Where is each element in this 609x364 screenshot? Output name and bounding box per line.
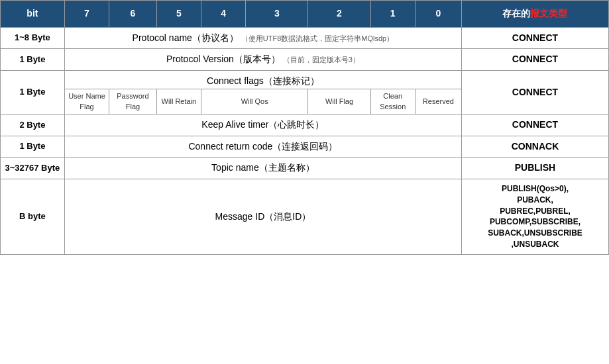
content-text: Keep Alive timer（心跳时长） — [201, 119, 324, 130]
header-type-red: 报文类型 — [530, 8, 567, 19]
byte-label: 1~8 Byte — [1, 27, 65, 49]
byte-label: 3~32767 Byte — [1, 158, 65, 179]
row-content: Keep Alive timer（心跳时长） — [64, 114, 461, 136]
header-7: 7 — [64, 1, 109, 28]
flag-will-retain: Will Retain — [156, 89, 201, 114]
row-content: Topic name（主题名称） — [64, 158, 461, 179]
row-type: CONNECT — [461, 70, 608, 114]
row-content: Message ID（消息ID） — [64, 179, 461, 254]
flag-will-qos: Will Qos — [201, 89, 308, 114]
byte-label: B byte — [1, 179, 65, 254]
table-row: 1 Byte Protocol Version（版本号） （目前，固定版本号3）… — [1, 49, 609, 71]
row-type: CONNACK — [461, 136, 608, 158]
flag-user-name: User Name Flag — [64, 89, 109, 114]
row-type: CONNECT — [461, 114, 608, 136]
table-row: 1 Byte Connect flags（连接标记） CONNECT — [1, 70, 609, 89]
flag-will-flag: Will Flag — [308, 89, 370, 114]
flags-header-text: Connect flags（连接标记） — [207, 75, 319, 86]
row-type: CONNECT — [461, 27, 608, 49]
row-content: Connect return code（连接返回码） — [64, 136, 461, 158]
header-type-prefix: 存在的 — [502, 8, 530, 19]
header-5: 5 — [156, 1, 201, 28]
header-3: 3 — [246, 1, 308, 28]
row-type: PUBLISH(Qos>0), PUBACK, PUBREC,PUBREL, P… — [461, 179, 608, 254]
table-header: bit 7 6 5 4 3 2 1 0 存在的报文类型 — [1, 1, 609, 28]
header-2: 2 — [308, 1, 370, 28]
header-bit: bit — [1, 1, 65, 28]
header-0: 0 — [415, 1, 461, 28]
byte-label: 1 Byte — [1, 136, 65, 158]
flag-reserved: Reserved — [415, 89, 461, 114]
header-1: 1 — [370, 1, 415, 28]
row-content: Protocol Version（版本号） （目前，固定版本号3） — [64, 49, 461, 71]
table-row: 1 Byte Connect return code（连接返回码） CONNAC… — [1, 136, 609, 158]
header-type: 存在的报文类型 — [461, 1, 608, 28]
main-table: bit 7 6 5 4 3 2 1 0 存在的报文类型 1~8 Byte Pro… — [0, 0, 609, 255]
byte-label: 1 Byte — [1, 70, 65, 114]
content-text: Message ID（消息ID） — [215, 211, 311, 222]
flag-password: Password Flag — [109, 89, 157, 114]
content-note: （使用UTF8数据流格式，固定字符串MQlsdp） — [241, 34, 394, 42]
table-row: B byte Message ID（消息ID） PUBLISH(Qos>0), … — [1, 179, 609, 254]
flag-clean-session: Clean Session — [370, 89, 415, 114]
content-text: Connect return code（连接返回码） — [188, 141, 337, 152]
table-row: 1~8 Byte Protocol name（协议名） （使用UTF8数据流格式… — [1, 27, 609, 49]
content-note: （目前，固定版本号3） — [283, 56, 360, 64]
table-row: 2 Byte Keep Alive timer（心跳时长） CONNECT — [1, 114, 609, 136]
byte-label: 2 Byte — [1, 114, 65, 136]
content-text: Topic name（主题名称） — [211, 162, 315, 173]
row-content: Protocol name（协议名） （使用UTF8数据流格式，固定字符串MQl… — [64, 27, 461, 49]
row-type: PUBLISH — [461, 158, 608, 179]
table-row: 3~32767 Byte Topic name（主题名称） PUBLISH — [1, 158, 609, 179]
row-type: CONNECT — [461, 49, 608, 71]
byte-label: 1 Byte — [1, 49, 65, 71]
content-text: Protocol Version（版本号） — [166, 54, 280, 64]
header-4: 4 — [201, 1, 246, 28]
content-text: Protocol name（协议名） — [133, 32, 239, 43]
flags-header-cell: Connect flags（连接标记） — [64, 70, 461, 89]
header-6: 6 — [109, 1, 157, 28]
